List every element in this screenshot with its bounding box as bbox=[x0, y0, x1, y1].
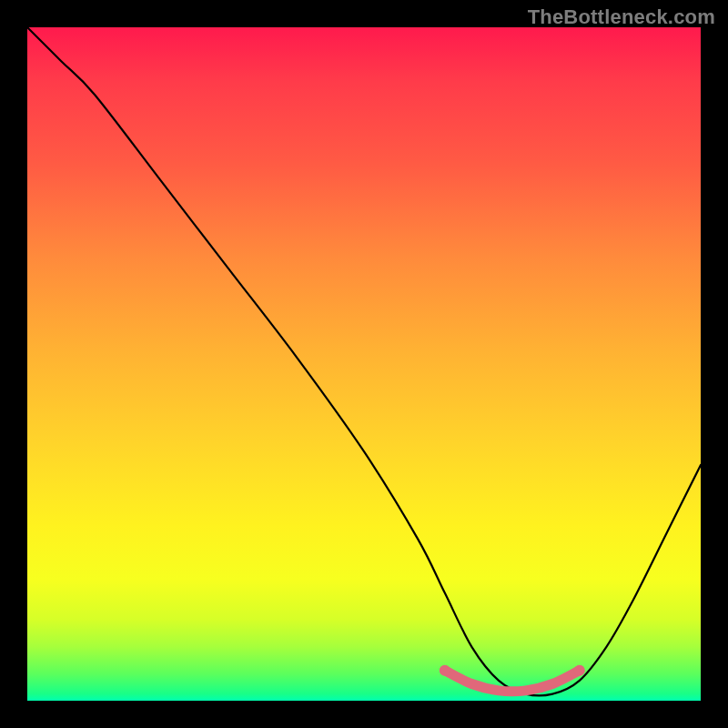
plot-area bbox=[27, 27, 701, 701]
curve-layer bbox=[27, 27, 701, 701]
optimal-range-start-dot bbox=[440, 665, 450, 676]
bottleneck-curve bbox=[27, 27, 701, 695]
watermark-text: TheBottleneck.com bbox=[528, 5, 715, 29]
optimal-range-end-dot bbox=[574, 665, 585, 676]
chart-container: TheBottleneck.com bbox=[0, 0, 728, 728]
optimal-range-highlight bbox=[445, 671, 580, 692]
